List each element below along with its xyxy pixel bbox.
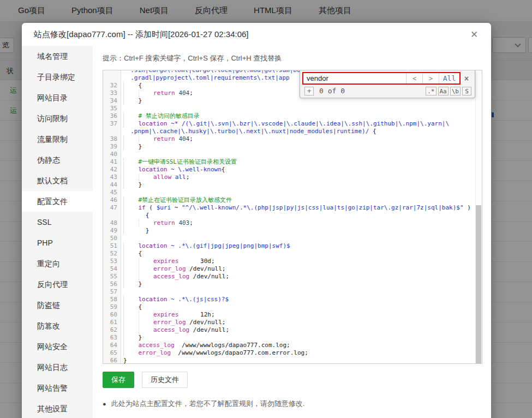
sidebar-item-config-file[interactable]: 配置文件	[22, 191, 93, 212]
code-text: access_log /dev/null;	[121, 273, 229, 280]
code-line: 55 access_log /dev/null;	[103, 273, 482, 280]
sidebar-item-site-security[interactable]: 网站安全	[22, 336, 93, 357]
sidebar-item-default-doc[interactable]: 默认文档	[22, 170, 93, 191]
sidebar-item-redirect[interactable]: 重定向	[22, 253, 93, 274]
code-text: }	[121, 181, 142, 189]
code-line: 59 {	[103, 303, 482, 311]
code-line: 57	[103, 288, 482, 296]
code-line: 53 expires 30d;	[103, 258, 482, 265]
code-line: 39 }	[103, 143, 482, 151]
line-number: 36	[103, 112, 121, 120]
code-text	[121, 105, 123, 112]
code-line: 58 location ~ .*\.(js|css)?$	[103, 296, 482, 303]
search-next-button[interactable]: >	[422, 73, 439, 83]
history-files-button[interactable]: 历史文件	[142, 372, 188, 388]
sidebar-item-tamper-proof[interactable]: 防篡改	[22, 315, 93, 336]
code-line: 38 return 404;	[103, 135, 482, 143]
code-line: .pnpm|\.cache|\.husky|\.turbo|\.next|\.n…	[103, 128, 482, 135]
code-text: .gradl|pyproject\.toml|requirements\.txt…	[121, 74, 290, 82]
modal-body: 域名管理子目录绑定网站目录访问限制流量限制伪静态默认文档配置文件SSLPHP重定…	[22, 46, 491, 418]
code-line: 64 access_log /www/wwwlogs/dapao777.com.…	[103, 342, 482, 349]
code-line: {	[103, 212, 482, 219]
editor-scrollbar-thumb[interactable]	[476, 205, 481, 363]
sidebar-item-site-log[interactable]: 网站日志	[22, 357, 93, 378]
sidebar-item-rewrite[interactable]: 伪静态	[22, 150, 93, 170]
code-text: #一键申请SSL证书验证目录相关设置	[121, 158, 237, 166]
sidebar-item-ssl[interactable]: SSL	[22, 212, 93, 232]
code-text	[121, 288, 123, 296]
modal-title: 站点修改[dapao777.com] -- 添加时间[2026-01-27 02…	[34, 29, 249, 40]
code-line: 40	[103, 151, 482, 158]
line-number: 61	[103, 319, 121, 326]
modal-header: 站点修改[dapao777.com] -- 添加时间[2026-01-27 02…	[22, 23, 491, 46]
line-number	[103, 70, 121, 74]
sidebar-item-domain-manage[interactable]: 域名管理	[22, 46, 93, 67]
search-regex-toggle[interactable]: .*	[426, 87, 436, 95]
code-text: access_log /dev/null;	[121, 326, 229, 334]
line-number: 48	[103, 219, 121, 227]
save-button[interactable]: 保存	[103, 372, 134, 388]
line-number: 37	[103, 120, 121, 128]
code-line: 65 error_log /www/wwwlogs/dapao777.com.e…	[103, 349, 482, 357]
code-text: error_log /dev/null;	[121, 265, 225, 273]
sidebar-item-php[interactable]: PHP	[22, 232, 93, 253]
search-all-button[interactable]: All	[439, 73, 459, 83]
line-number: 34	[103, 97, 121, 105]
sidebar-item-reverse-proxy[interactable]: 反向代理	[22, 274, 93, 295]
line-number: 38	[103, 135, 121, 143]
sidebar-item-access-limit[interactable]: 访问限制	[22, 108, 93, 129]
search-word-toggle[interactable]: \b	[450, 87, 461, 95]
page: Go项目Python项目Net项目反向代理HTML项目其他项目 览 状 运运 站…	[0, 0, 532, 418]
sidebar-item-traffic-limit[interactable]: 流量限制	[22, 129, 93, 150]
code-text: error_log /dev/null;	[121, 319, 225, 326]
close-icon[interactable]: ✕	[468, 29, 480, 40]
code-line: 54 error_log /dev/null;	[103, 265, 482, 273]
search-close-icon[interactable]: ×	[461, 72, 473, 85]
code-text: }	[121, 227, 149, 235]
code-line: 66}	[103, 357, 482, 364]
sidebar-item-other-settings[interactable]: 其他设置	[22, 398, 93, 418]
line-number: 60	[103, 311, 121, 319]
code-text: {	[121, 303, 142, 311]
code-line: 47 if ( $uri ~ "^/\.well-known/.*\.(php|…	[103, 204, 482, 212]
code-text: .sin|cargo\.toml|cargo\.lock|go\.mod|go\…	[121, 70, 315, 74]
line-number: 53	[103, 258, 121, 265]
sidebar-item-site-alarm[interactable]: 网站告警	[22, 378, 93, 398]
config-code-editor[interactable]: .sin|cargo\.toml|cargo\.lock|go\.mod|go\…	[103, 70, 482, 364]
search-input[interactable]	[303, 73, 406, 83]
code-text: }	[121, 334, 142, 342]
code-text: location ~* /(\.git|\.svn|\.bzr|\.vscode…	[121, 120, 449, 128]
line-number: 45	[103, 189, 121, 196]
code-text: location ~ .*\.(gif|jpg|jpeg|png|bmp|swf…	[121, 242, 290, 250]
line-number: 41	[103, 158, 121, 166]
search-expand-button[interactable]: +	[304, 87, 314, 95]
config-note-text: 此处为站点主配置文件，若您不了解配置规则，请勿随意修改.	[111, 399, 305, 408]
editor-scrollbar-track[interactable]	[475, 70, 482, 363]
search-prev-button[interactable]: <	[406, 73, 422, 83]
sidebar-item-hotlink-protect[interactable]: 防盗链	[22, 295, 93, 315]
code-text: access_log /www/wwwlogs/dapao777.com.log…	[121, 342, 290, 349]
line-number: 54	[103, 265, 121, 273]
sidebar-item-site-directory[interactable]: 网站目录	[22, 87, 93, 108]
code-line: 36 # 禁止访问的敏感目录	[103, 112, 482, 120]
line-number: 49	[103, 227, 121, 235]
editor-hint: 提示：Ctrl+F 搜索关键字，Ctrl+S 保存，Ctrl+H 查找替换	[103, 53, 482, 63]
search-selection-toggle[interactable]: S	[462, 87, 471, 95]
actions-bar: 保存 历史文件	[103, 372, 482, 388]
code-line: 51 location ~ .*\.(gif|jpg|jpeg|png|bmp|…	[103, 242, 482, 250]
line-number: 58	[103, 296, 121, 303]
code-text: {	[121, 250, 142, 258]
line-number: 59	[103, 303, 121, 311]
sidebar-item-subdir-bind[interactable]: 子目录绑定	[22, 67, 93, 87]
line-number: 63	[103, 334, 121, 342]
code-text: return 403;	[121, 219, 193, 227]
bullet-icon: ●	[103, 401, 106, 407]
line-number: 52	[103, 250, 121, 258]
code-text: if ( $uri ~ "^/\.well-known/.*\.(php|jsp…	[121, 204, 471, 212]
code-line: 42 location ~ \.well-known{	[103, 166, 482, 174]
line-number: 44	[103, 181, 121, 189]
code-line: 50	[103, 235, 482, 242]
search-row: < > All ×	[300, 70, 475, 86]
search-case-toggle[interactable]: Aa	[438, 87, 449, 95]
line-number: 42	[103, 166, 121, 174]
